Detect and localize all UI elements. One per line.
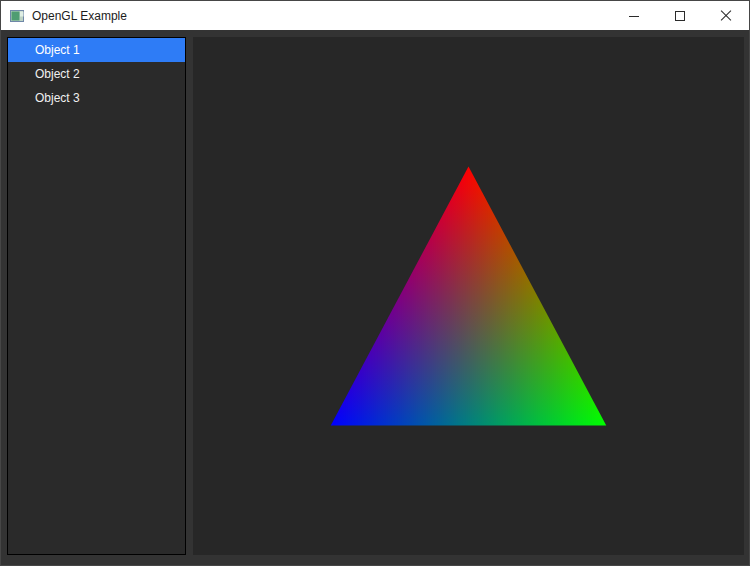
maximize-button[interactable] — [657, 1, 703, 30]
title-bar: OpenGL Example — [1, 1, 749, 30]
app-window: OpenGL Example Object 1 Object 2 Object … — [0, 0, 750, 566]
list-item-object-2[interactable]: Object 2 — [8, 62, 185, 86]
close-button[interactable] — [703, 1, 749, 30]
close-icon — [719, 9, 733, 23]
minimize-icon — [629, 16, 639, 17]
object-list: Object 1 Object 2 Object 3 — [7, 37, 186, 555]
list-item-object-3[interactable]: Object 3 — [8, 86, 185, 110]
list-item-object-1[interactable]: Object 1 — [8, 38, 185, 62]
window-title: OpenGL Example — [32, 9, 127, 23]
content-area: Object 1 Object 2 Object 3 — [1, 30, 749, 565]
maximize-icon — [675, 11, 685, 21]
gl-canvas[interactable] — [193, 37, 744, 555]
window-controls — [611, 1, 749, 30]
gl-viewport — [193, 37, 744, 555]
app-icon — [9, 8, 25, 24]
minimize-button[interactable] — [611, 1, 657, 30]
